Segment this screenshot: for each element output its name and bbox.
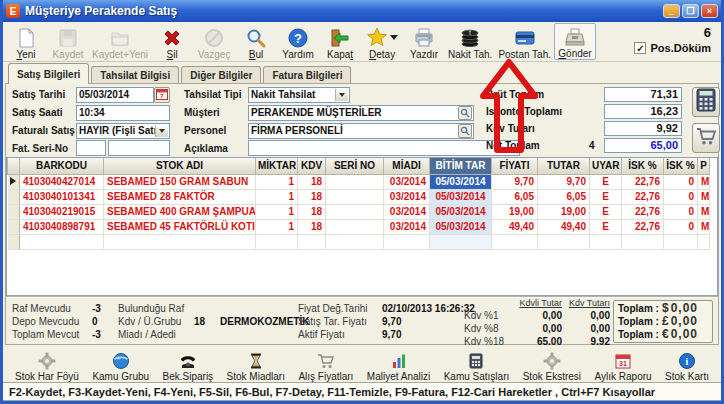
record-count: 6 xyxy=(704,25,711,40)
col-barkodu[interactable]: BARKODU xyxy=(20,158,104,174)
stok-karti-button[interactable]: i Stok Kartı xyxy=(665,347,709,382)
iskonto-toplami-label: Iskonto Toplamı xyxy=(486,104,581,119)
col-tutar[interactable]: TUTAR xyxy=(538,158,590,174)
tab-tahsilat-bilgisi[interactable]: Tahsilat Bilgisi xyxy=(91,66,179,84)
kamu-grubu-button[interactable]: Kamu Grubu xyxy=(92,347,149,382)
nakit-tah-button[interactable]: t Nakit Tah. xyxy=(445,23,495,60)
detay-button[interactable]: Detay xyxy=(361,23,403,60)
yardim-button[interactable]: ? Yardım xyxy=(277,23,319,60)
postan-tah-button[interactable]: Postan Tah. xyxy=(495,23,554,60)
fiyat-deg-tarihi-value: 02/10/2013 16:26:32 xyxy=(382,303,475,314)
tab-strip: Satış Bilgileri Tahsilat Bilgisi Diğer B… xyxy=(5,63,719,84)
pos-dokum-label: Pos.Döküm xyxy=(650,42,711,54)
table-row[interactable]: 4103040101341 SEBAMED 28 FAKTÖR 1 18 03/… xyxy=(8,189,710,204)
maximize-button[interactable]: ❐ xyxy=(682,4,699,18)
col-isk1[interactable]: İSK % xyxy=(622,158,664,174)
alis-fiyatlari-button[interactable]: Alış Fiyatları xyxy=(298,347,353,382)
col-stok-adi[interactable]: STOK ADI xyxy=(104,158,256,174)
calendar-icon: 7 xyxy=(156,86,168,104)
chevron-down-icon[interactable] xyxy=(335,89,348,101)
gonder-button[interactable]: Gönder xyxy=(554,23,596,60)
chevron-down-icon[interactable] xyxy=(155,125,168,137)
calculator-button[interactable] xyxy=(692,87,720,117)
table-row[interactable]: 4103040219015 SEBAMED 400 GRAM ŞAMPUAN 1… xyxy=(8,204,710,219)
col-miadi[interactable]: MİADI xyxy=(384,158,430,174)
stok-miadlari-button[interactable]: Stok Miadları xyxy=(227,347,285,382)
vazgec-button[interactable]: Vazgeç xyxy=(193,23,235,60)
col-seri-no[interactable]: SERİ NO xyxy=(326,158,384,174)
tahsilat-tipi-label: Tahsilat Tipi xyxy=(184,87,246,102)
kapat-button[interactable]: Kapat xyxy=(319,23,361,60)
musteri-lookup-button[interactable] xyxy=(458,106,472,120)
col-fiyati[interactable]: FİYATI xyxy=(492,158,538,174)
stok-har-foyu-button[interactable]: Stok Har Föyü xyxy=(15,347,79,382)
bul-button[interactable]: Bul xyxy=(235,23,277,60)
tab-fatura-bilgileri[interactable]: Fatura Bilgileri xyxy=(263,66,351,84)
yazdir-button[interactable]: Yazdır xyxy=(403,23,445,60)
satis-tar-fiyati-label: Satış Tar. Fiyatı xyxy=(298,315,382,328)
calculator-icon xyxy=(467,351,485,370)
personel-lookup-button[interactable] xyxy=(458,124,472,138)
aylik-raporu-button[interactable]: 31 Aylık Raporu xyxy=(595,347,652,382)
bottom-toolbar: Stok Har Föyü Kamu Grubu Bek.Sipariş Sto… xyxy=(3,345,721,382)
col-uyar[interactable]: UYAR xyxy=(590,158,622,174)
tab-page: Satış Tarihi 05/03/2014 7 Satış Saati 10… xyxy=(5,83,719,345)
col-isk2[interactable]: İSK % xyxy=(664,158,698,174)
net-toplam-count: 4 xyxy=(589,138,595,153)
col-miktar[interactable]: MİKTAR xyxy=(256,158,298,174)
svg-text:i: i xyxy=(686,356,689,367)
search-icon xyxy=(460,122,470,140)
printer-icon xyxy=(413,26,435,49)
aciklama-field[interactable] xyxy=(248,140,520,156)
chevron-down-icon[interactable] xyxy=(390,35,398,40)
calendar-picker-button[interactable]: 7 xyxy=(154,87,170,103)
table-row[interactable]: 4103040898791 SEBAMED 45 FAKTÖRLÜ KOTION… xyxy=(8,219,710,234)
satis-tarihi-field[interactable]: 05/03/2014 xyxy=(76,87,154,103)
pos-dokum-checkbox[interactable]: ✓ xyxy=(634,42,646,54)
app-window: E Müşteriye Perakende Satış _ ❐ × Yeni K… xyxy=(0,0,724,404)
tahsilat-tipi-dropdown[interactable]: Nakit Tahsilat xyxy=(248,87,350,103)
minimize-button[interactable]: _ xyxy=(663,4,680,18)
close-button[interactable]: × xyxy=(701,4,718,18)
depo-mevcudu-value: 0 xyxy=(92,316,98,327)
kdv-tutari-label: Kdv Tutarı xyxy=(486,121,581,136)
toplam-mevcut-value: -3 xyxy=(92,329,101,340)
stok-ekstresi-button[interactable]: Stok Ekstresi xyxy=(523,347,581,382)
shortcut-text: F2-Kaydet, F3-Kaydet-Yeni, F4-Yeni, F5-S… xyxy=(9,386,655,398)
net-toplam-field: 65,00 xyxy=(604,138,682,153)
app-logo-icon: E xyxy=(6,4,20,18)
col-bitim-tar[interactable]: BİTİM TAR xyxy=(430,158,492,174)
row-selector-icon xyxy=(10,177,16,185)
calculator-icon xyxy=(696,88,716,116)
fat-no-field[interactable] xyxy=(108,140,170,156)
kaydet-yeni-button[interactable]: Kaydet+Yeni xyxy=(89,23,151,60)
aktif-fiyati-value: 9,70 xyxy=(382,329,401,340)
net-toplam-label: Net Toplam xyxy=(486,138,566,153)
raf-mevcudu-value: -3 xyxy=(92,303,101,314)
tab-diger-bilgiler[interactable]: Diğer Bilgiler xyxy=(181,66,261,84)
globe-icon xyxy=(112,351,130,370)
kaydet-button[interactable]: Kaydet xyxy=(47,23,89,60)
satis-saati-label: Satış Saati xyxy=(12,105,74,120)
brut-toplam-label: Brüt Toplam xyxy=(486,87,581,102)
tab-satis-bilgileri[interactable]: Satış Bilgileri xyxy=(8,63,89,84)
personel-field[interactable]: FİRMA PERSONELİ xyxy=(248,123,474,139)
checkmark-icon: ✓ xyxy=(636,43,644,54)
gear-icon xyxy=(543,351,561,370)
table-row[interactable]: 4103040427014 SEBAMED 150 GRAM SABUN 1 1… xyxy=(8,174,710,189)
shortcut-bar: F2-Kaydet, F3-Kaydet-Yeni, F4-Yeni, F5-S… xyxy=(3,382,721,401)
maliyet-analizi-button[interactable]: Maliyet Analizi xyxy=(367,347,430,382)
sil-button[interactable]: Sil xyxy=(151,23,193,60)
bek-siparis-button[interactable]: Bek.Sipariş xyxy=(163,347,214,382)
col-kdv[interactable]: KDV xyxy=(298,158,326,174)
faturali-satis-dropdown[interactable]: HAYIR (Fişli Satış xyxy=(76,123,170,139)
yeni-button[interactable]: Yeni xyxy=(5,23,47,60)
iskonto-toplami-field: 16,23 xyxy=(604,104,682,119)
cart-button[interactable] xyxy=(692,123,720,153)
fat-seri-field[interactable] xyxy=(76,140,106,156)
titlebar[interactable]: E Müşteriye Perakende Satış _ ❐ × xyxy=(0,0,724,22)
satis-saati-field[interactable]: 10:34 xyxy=(76,105,170,121)
musteri-field[interactable]: PERAKENDE MÜŞTERİLER xyxy=(248,105,474,121)
kamu-satislari-button[interactable]: Kamu Satışları xyxy=(444,347,510,382)
col-p[interactable]: P xyxy=(698,158,710,174)
